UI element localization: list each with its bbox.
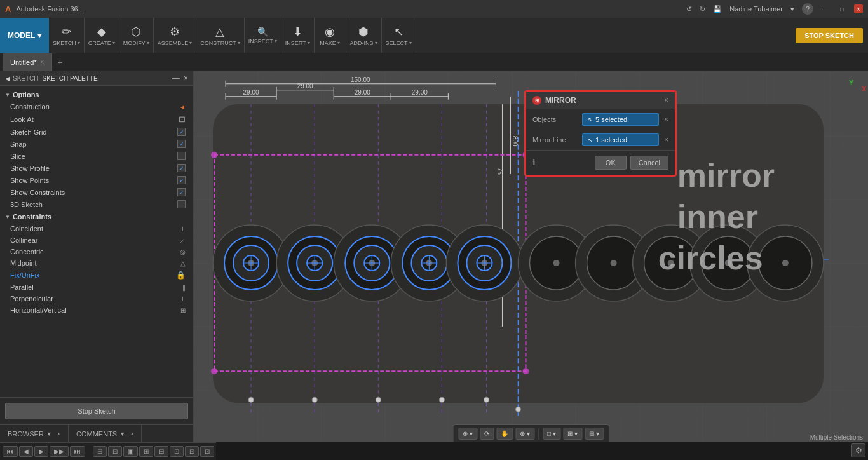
palette-row-look-at[interactable]: Look At ⊡ [0, 112, 193, 126]
display-toolbar-btn[interactable]: □ ▾ [543, 428, 560, 440]
toolbar-create[interactable]: ◆ CREATE ▾ [85, 18, 119, 53]
sketch-grid-checkbox[interactable] [177, 128, 186, 136]
palette-row-show-points[interactable]: Show Points [0, 174, 193, 186]
toolbar-select[interactable]: ↖ SELECT ▾ [382, 18, 416, 53]
tab-untitled-close[interactable]: × [41, 58, 44, 65]
svg-point-42 [248, 397, 254, 402]
palette-row-construction[interactable]: Construction ◄ [0, 101, 193, 112]
nav-timeline7[interactable]: ⊡ [185, 446, 199, 457]
history-icon[interactable]: ↺ [686, 5, 692, 13]
toolbar-assemble[interactable]: ⚙ ASSEMBLE ▾ [154, 18, 197, 53]
nav-timeline6[interactable]: ⊡ [170, 446, 184, 457]
constraints-section-header[interactable]: ▼ Constraints [0, 210, 193, 223]
tab-untitled[interactable]: Untitled* × [3, 53, 52, 71]
constraint-collinear[interactable]: Collinear ⟋ [0, 234, 193, 246]
snap-checkbox[interactable] [177, 140, 186, 148]
toolbar-add-ins[interactable]: ⬢ ADD-INS ▾ [346, 18, 382, 53]
save-icon[interactable]: 💾 [713, 5, 722, 13]
construct-icon: △ [215, 25, 224, 39]
nav-timeline5[interactable]: ⊟ [154, 446, 168, 457]
close-btn[interactable]: × [854, 4, 863, 13]
slice-checkbox[interactable] [177, 152, 186, 160]
stop-sketch-btn[interactable]: Stop Sketch [5, 403, 188, 419]
tab-add-btn[interactable]: + [52, 55, 67, 70]
nav-timeline3[interactable]: ▣ [123, 446, 138, 457]
comments-tab[interactable]: COMMENTS ▼ × [69, 425, 142, 443]
palette-collapse-btn[interactable]: — [172, 74, 180, 83]
palette-row-slice[interactable]: Slice [0, 150, 193, 162]
nav-timeline1[interactable]: ⊟ [93, 446, 107, 457]
grid-toolbar-btn[interactable]: ⊞ ▾ [563, 428, 582, 440]
palette-row-show-constraints[interactable]: Show Constraints [0, 186, 193, 198]
mirror-ok-btn[interactable]: OK [595, 156, 627, 170]
show-profile-checkbox[interactable] [177, 164, 186, 172]
palette-row-3d-sketch[interactable]: 3D Sketch [0, 198, 193, 210]
palette-row-show-profile[interactable]: Show Profile [0, 162, 193, 174]
toolbar-insert[interactable]: ⬇ INSERT ▾ [281, 18, 315, 53]
palette-row-snap[interactable]: Snap [0, 138, 193, 150]
palette-close-btn[interactable]: × [184, 74, 188, 83]
nav-prev-start[interactable]: ⏮ [3, 446, 18, 457]
comments-tab-close-icon[interactable]: × [130, 431, 133, 437]
maximize-btn[interactable]: □ [837, 4, 846, 13]
help-icon[interactable]: ? [802, 3, 813, 15]
toolbar-sketch[interactable]: ✏ SKETCH ▾ [49, 18, 85, 53]
constraint-parallel[interactable]: Parallel ∥ [0, 281, 193, 293]
toolbar-inspect[interactable]: 🔍 INSPECT ▾ [245, 18, 281, 53]
mirror-line-clear-btn[interactable]: × [664, 135, 668, 144]
mirror-cursor-icon: ↖ [588, 137, 593, 144]
constraint-horizontal-vertical[interactable]: Horizontal/Vertical ⊞ [0, 304, 193, 316]
toolbar-construct[interactable]: △ CONSTRUCT ▾ [196, 18, 245, 53]
layout-dropdown: ▾ [596, 430, 599, 437]
options-section-header[interactable]: ▼ Options [0, 88, 193, 101]
nav-timeline8[interactable]: ⊡ [200, 446, 214, 457]
orbit-toolbar-btn[interactable]: ⟳ [480, 428, 494, 440]
browser-tab-close-icon[interactable]: × [57, 431, 60, 437]
pan-toolbar-btn[interactable]: ✋ [496, 428, 513, 440]
mirror-cancel-btn[interactable]: Cancel [630, 156, 668, 170]
nav-next[interactable]: ▶▶ [50, 446, 69, 457]
mirror-objects-row: Objects ↖ 5 selected × [526, 109, 675, 130]
grid-dropdown: ▾ [574, 430, 578, 437]
minimize-btn[interactable]: — [821, 4, 830, 13]
nav-play[interactable]: ▶ [34, 446, 48, 457]
browser-tab-expand-icon[interactable]: ▼ [46, 431, 52, 437]
snap-dropdown: ▾ [470, 430, 473, 437]
mirror-objects-clear-btn[interactable]: × [664, 115, 668, 124]
constraint-fix-unfix[interactable]: Fix/UnFix 🔒 [0, 269, 193, 281]
redo-icon[interactable]: ↻ [700, 5, 705, 13]
3d-sketch-checkbox[interactable] [177, 200, 186, 208]
nav-timeline2[interactable]: ⊡ [108, 446, 122, 457]
show-points-checkbox[interactable] [177, 176, 186, 184]
toolbar-modify[interactable]: ⬡ MODIFY ▾ [119, 18, 154, 53]
zoom-toolbar-btn[interactable]: ⊕ ▾ [515, 428, 534, 440]
constraint-concentric[interactable]: Concentric ◎ [0, 246, 193, 257]
constraint-coincident[interactable]: Coincident ⊥ [0, 223, 193, 234]
mirror-dialog-close-btn[interactable]: × [664, 96, 668, 105]
palette-row-sketch-grid[interactable]: Sketch Grid [0, 126, 193, 138]
mirror-objects-select-btn[interactable]: ↖ 5 selected [582, 113, 659, 126]
layout-toolbar-btn[interactable]: ⊟ ▾ [585, 428, 604, 440]
stop-sketch-toolbar-btn[interactable]: STOP SKETCH [796, 28, 863, 43]
parallel-icon: ∥ [182, 284, 186, 291]
nav-timeline4[interactable]: ⊞ [139, 446, 153, 457]
svg-text:X: X [862, 85, 867, 93]
constraint-perpendicular[interactable]: Perpendicular ⊥ [0, 293, 193, 304]
snap-toolbar-btn[interactable]: ⊕ ▾ [458, 428, 477, 440]
settings-gear-btn[interactable]: ⚙ [851, 443, 865, 457]
mirror-line-select-btn[interactable]: ↖ 1 selected [582, 133, 659, 146]
constraint-midpoint[interactable]: Midpoint △ [0, 257, 193, 269]
user-dropdown-icon[interactable]: ▾ [790, 5, 794, 13]
nav-prev[interactable]: ◀ [19, 446, 33, 457]
browser-tab[interactable]: BROWSER ▼ × [0, 425, 69, 443]
sketch-palette-collapse-icon[interactable]: ◀ [5, 75, 10, 82]
user-name[interactable]: Nadine Tuhaimer [729, 5, 783, 13]
nav-next-end[interactable]: ⏭ [70, 446, 85, 457]
model-btn[interactable]: MODEL ▾ [0, 18, 49, 53]
show-constraints-checkbox[interactable] [177, 188, 186, 196]
canvas-area[interactable]: 29.00 29.00 29.00 150.00 29.00 800 [194, 71, 868, 442]
collinear-label: Collinear [10, 236, 37, 244]
cursor-icon: ↖ [588, 116, 593, 123]
toolbar-make[interactable]: ◉ MAKE ▾ [315, 18, 346, 53]
comments-tab-expand-icon[interactable]: ▼ [119, 431, 125, 437]
